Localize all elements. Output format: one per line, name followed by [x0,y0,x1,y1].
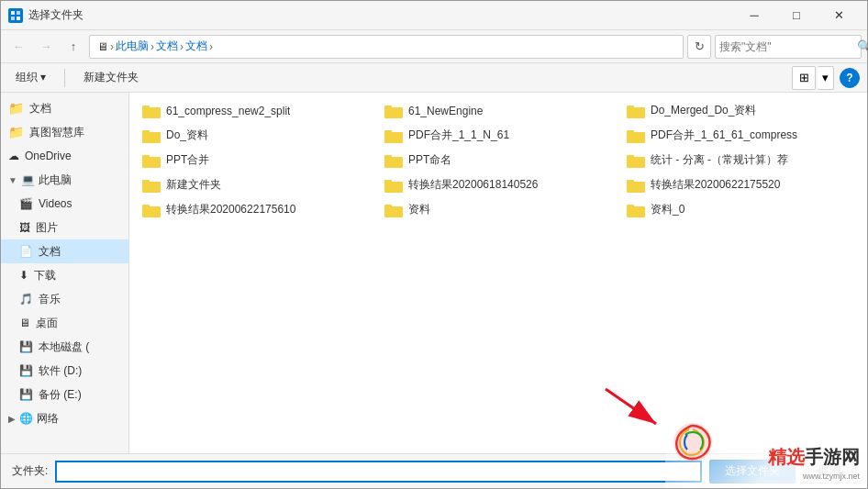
file-item[interactable]: PPT合并 [137,150,375,171]
search-icon[interactable]: 🔍 [857,39,868,53]
expand-icon: ▼ [8,175,17,185]
filename-input[interactable] [55,461,702,483]
docs-icon: 📄 [19,245,33,258]
file-name: 转换结果20200622175520 [651,177,780,193]
hdd3-icon: 💾 [19,388,33,401]
view-dropdown-button[interactable]: ▾ [818,66,834,90]
svg-rect-33 [627,205,634,208]
file-name: 61_compress_new2_split [166,105,290,117]
back-button[interactable]: ← [6,35,30,59]
file-name: PPT合并 [166,152,209,168]
sidebar-label-desktop: 桌面 [36,316,58,331]
hdd-icon: 💾 [19,340,33,353]
file-item[interactable]: 新建文件夹 [137,174,375,195]
sidebar-item-music[interactable]: 🎵 音乐 [1,287,128,311]
desktop-icon: 🖥 [19,317,30,329]
file-item[interactable]: 统计 - 分离 -（常规计算）荐 [621,150,860,171]
sidebar-label-videos: Videos [39,197,72,210]
search-input[interactable] [719,40,857,53]
new-folder-button[interactable]: 新建文件夹 [76,66,146,90]
file-item[interactable]: 转换结果20200622175520 [621,174,860,195]
svg-rect-2 [11,17,15,20]
sidebar-item-desktop[interactable]: 🖥 桌面 [1,311,128,335]
file-name: 转换结果20200622175610 [166,202,295,217]
main-area: 📁 文档 📁 真图智慧库 ☁ OneDrive ▼ 💻 此电脑 🎬 Video [1,93,867,453]
file-item[interactable]: PDF合并_1_61_61_compress [621,125,860,146]
sidebar-label-softdisk: 软件 (D:) [39,363,82,379]
refresh-button[interactable]: ↻ [687,35,711,59]
sidebar-item-videos[interactable]: 🎬 Videos [1,192,128,216]
select-folder-button[interactable]: 选择文件夹 [709,460,796,483]
svg-rect-17 [142,155,150,159]
svg-rect-29 [142,205,150,208]
sidebar-item-onedrive[interactable]: ☁ OneDrive [1,144,128,168]
title-bar-left: 选择文件夹 [8,7,83,23]
help-button[interactable]: ? [840,68,860,88]
file-item[interactable]: 转换结果20200622175610 [137,199,375,220]
address-path[interactable]: 🖥 › 此电脑 › 文档 › 文档 › [89,35,684,59]
svg-rect-0 [11,11,15,15]
sidebar-item-tupianzhinan[interactable]: 📁 真图智慧库 [1,120,128,144]
minimize-button[interactable]: ─ [733,1,775,30]
folder-icon [142,203,161,217]
svg-rect-23 [142,180,150,183]
folder-icon [142,128,161,143]
file-item[interactable]: Do_Merged_Do_资料 [621,100,860,121]
up-button[interactable]: ↑ [61,35,85,59]
file-item[interactable]: Do_资料 [137,125,375,146]
sidebar-item-localdisk[interactable]: 💾 本地磁盘 ( [1,335,128,359]
sidebar-item-softdisk[interactable]: 💾 软件 (D:) [1,359,128,383]
file-item[interactable]: 61_compress_new2_split [137,100,375,121]
svg-rect-11 [142,130,150,134]
file-name: 转换结果20200618140526 [408,177,538,193]
sidebar-label-thispc: 此电脑 [39,172,72,188]
cancel-button[interactable]: 取消 [803,460,856,483]
search-box[interactable]: 🔍 [715,35,862,59]
path-docs1[interactable]: 文档 [156,39,178,54]
folder-icon [627,128,645,143]
window-icon [8,8,23,23]
forward-button[interactable]: → [34,35,58,59]
file-item[interactable]: 61_NewEngine [379,100,618,121]
sidebar-label-images: 图片 [36,220,58,236]
file-item[interactable]: 资料_0 [621,199,860,220]
organize-button[interactable]: 组织 ▾ [8,66,53,90]
window-title: 选择文件夹 [28,7,83,23]
folder-icon: 📁 [8,125,24,139]
sidebar-label-documents: 文档 [29,101,51,117]
sidebar-item-images[interactable]: 🖼 图片 [1,216,128,239]
folder-icon [384,178,403,193]
view-button[interactable]: ⊞ [792,66,816,90]
file-item[interactable]: PPT命名 [379,150,618,171]
svg-rect-31 [384,205,392,208]
folder-icon [627,178,645,193]
pc-icon: 💻 [21,173,35,186]
close-button[interactable]: ✕ [818,1,860,30]
folder-icon [142,178,161,193]
sidebar-group-network[interactable]: ▶ 🌐 网络 [1,406,128,430]
sidebar-item-backupdisk[interactable]: 💾 备份 (E:) [1,383,128,406]
music-icon: 🎵 [19,293,33,306]
path-docs2[interactable]: 文档 [185,39,207,54]
file-name: 资料 [408,202,430,217]
svg-rect-15 [627,130,634,134]
path-icon: 🖥 [97,40,108,53]
sidebar-item-documents[interactable]: 📁 文档 [1,96,128,120]
file-name: PPT命名 [408,152,451,168]
file-item[interactable]: 资料 [379,199,618,220]
file-name: PDF合并_1_1_N_61 [408,128,509,143]
sidebar-group-thispc[interactable]: ▼ 💻 此电脑 [1,168,128,192]
address-bar: ← → ↑ 🖥 › 此电脑 › 文档 › 文档 › ↻ 🔍 [1,30,867,63]
sidebar-item-docs[interactable]: 📄 文档 [1,239,128,263]
hdd2-icon: 💾 [19,364,33,377]
sidebar-label-tupianzhinan: 真图智慧库 [29,125,84,140]
path-pc[interactable]: 此电脑 [116,39,149,54]
sidebar-item-downloads[interactable]: ⬇ 下载 [1,263,128,287]
file-grid: 61_compress_new2_split 61_NewEngine Do_M… [137,100,860,220]
file-item[interactable]: 转换结果20200618140526 [379,174,618,195]
file-name: 统计 - 分离 -（常规计算）荐 [651,152,788,168]
file-item[interactable]: PDF合并_1_1_N_61 [379,125,618,146]
maximize-button[interactable]: □ [775,1,818,30]
folder-icon [627,104,645,118]
sidebar-label-network: 网络 [37,411,59,427]
